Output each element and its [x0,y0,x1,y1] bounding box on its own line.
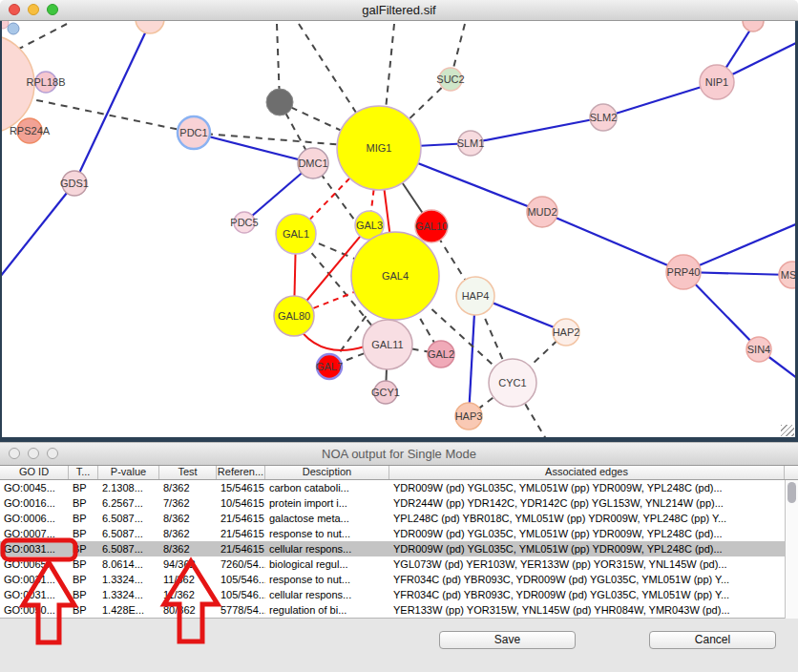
cell-type: BP [69,556,98,572]
table-body[interactable]: GO:0045...BP2.1308...8/36215/54615carbon… [0,480,785,619]
scrollbar-corner [785,466,798,480]
cell-edges: YDR244W (pp) YDR142C, YDR142C (pp) YGL15… [389,495,785,511]
scrollbar-thumb[interactable] [788,482,796,503]
cell-reference: 105/546... [217,572,265,587]
node-label: CYC1 [498,377,526,388]
cell-type: BP [69,602,98,618]
network-svg[interactable]: RPL18BRPS24AGDS1PDC1MIG1DMC1SUC2SLM1SLM2… [0,21,798,437]
resize-grip-icon[interactable] [781,425,794,436]
edge-dash[interactable] [17,24,67,50]
node-pdc1[interactable]: PDC1 [178,116,210,149]
cell-type: BP [69,495,98,511]
node-sin4[interactable]: SIN4 [746,337,771,362]
cell-go_id: GO:0006... [0,511,69,526]
window-border-left [0,21,2,442]
table-row-selected[interactable]: GO:0031...BP6.5087...8/36221/54615cellul… [0,541,785,556]
node-cyc1[interactable]: CYC1 [489,359,536,407]
node-gal80[interactable]: GAL80 [274,296,314,336]
node-gray-node[interactable] [266,89,293,116]
close-button[interactable] [9,448,20,459]
cell-description: biological regul... [265,556,389,572]
node-nip1[interactable]: NIP1 [700,65,734,99]
vertical-scrollbar[interactable] [785,480,798,619]
edge-blue[interactable] [0,183,74,277]
node-slm1[interactable]: SLM1 [457,131,485,156]
node-gal10[interactable]: GAL10 [415,210,448,242]
table-row[interactable]: GO:0045...BP2.1308...8/36215/54615carbon… [0,480,785,495]
cell-edges: YDR009W (pd) YGL035C, YML051W (pp) YDR00… [389,541,785,556]
table-row[interactable]: GO:0007...BP6.5087...8/36221/54615respon… [0,526,785,541]
edge-blue[interactable] [194,133,313,163]
node-suc2[interactable]: SUC2 [436,68,464,91]
cell-go_id: GO:0050... [0,602,69,618]
cell-edges: YFR034C (pd) YBR093C, YDR009W (pd) YGL03… [389,572,785,587]
node-prp40[interactable]: PRP40 [666,255,701,289]
cell-edges: YER133W (pp) YOR315W, YNL145W (pd) YHR08… [389,602,785,618]
table-row[interactable]: GO:0050...BP1.428E...80/3625778/54...reg… [0,602,785,618]
node-label: PDC5 [230,217,258,228]
table-row[interactable]: GO:0016...BP6.2567...7/36210/54615protei… [0,495,785,511]
column-header-edges[interactable]: Associated edges [389,466,785,479]
node-slm2[interactable]: SLM2 [590,104,618,131]
network-canvas[interactable]: RPL18BRPS24AGDS1PDC1MIG1DMC1SUC2SLM1SLM2… [0,21,798,437]
cell-description: galactose meta... [265,511,389,526]
close-button[interactable] [9,4,20,15]
cell-description: regulation of bi... [265,602,389,618]
node-gal7[interactable]: GAL7 [316,354,343,379]
node-label: GCY1 [371,387,400,398]
network-titlebar[interactable]: galFiltered.sif [0,0,798,21]
node-gcy1[interactable]: GCY1 [371,381,400,404]
cancel-button[interactable]: Cancel [649,631,776,649]
noa-titlebar[interactable]: NOA output for Single Mode [0,443,798,466]
node-gal2[interactable]: GAL2 [428,341,454,368]
node-label: PRP40 [667,266,701,278]
node-label: GAL1 [283,228,309,240]
node-hap4[interactable]: HAP4 [456,277,494,315]
zoom-button[interactable] [47,448,58,459]
node-hap2[interactable]: HAP2 [553,319,580,346]
node-gds1[interactable]: GDS1 [60,171,89,196]
node-clip-top-right[interactable] [743,21,764,32]
node-label: GAL4 [382,270,409,282]
node-gal4[interactable]: GAL4 [351,232,439,320]
node-label: PDC1 [179,127,207,138]
table-header[interactable]: GO IDT...P-valueTestReferen...Desciption… [0,466,785,480]
column-header-description[interactable]: Desciption [265,466,389,479]
node-mud2[interactable]: MUD2 [527,197,557,227]
minimize-button[interactable] [28,4,39,15]
node-label: GDS1 [60,178,89,189]
edge-blue[interactable] [542,212,683,272]
node-label: SUC2 [436,74,464,85]
column-header-test[interactable]: Test [159,466,217,479]
cell-go_id: GO:0065... [0,556,69,572]
cell-type: BP [69,587,98,602]
node-hap3[interactable]: HAP3 [455,403,483,430]
edge-blue[interactable] [471,117,603,143]
node-mig1[interactable]: MIG1 [337,106,421,190]
node-clip-top[interactable] [136,21,164,33]
save-button[interactable]: Save [439,631,576,649]
column-header-go_id[interactable]: GO ID [0,466,69,479]
cell-type: BP [69,480,98,495]
column-header-reference[interactable]: Referen... [217,466,265,479]
node-label: NIP1 [705,76,728,88]
table-row[interactable]: GO:0031...BP1.3324...11/362105/546...cel… [0,587,785,602]
table-row[interactable]: GO:0031...BP1.3324...11/362105/546...res… [0,572,785,587]
cell-go_id: GO:0007... [0,526,69,541]
cell-p_value: 6.5087... [98,526,159,541]
column-header-type[interactable]: T... [69,466,98,479]
edge-blue[interactable] [74,23,150,183]
edge-blue[interactable] [683,218,798,272]
table-row[interactable]: GO:0006...BP6.5087...8/36221/54615galact… [0,511,785,526]
minimize-button[interactable] [28,448,39,459]
cell-p_value: 6.5087... [98,541,159,556]
cell-test: 8/362 [159,541,217,556]
column-header-p_value[interactable]: P-value [98,466,159,479]
node-dmc1[interactable]: DMC1 [298,148,328,178]
cell-go_id: GO:0016... [0,495,69,511]
node-clip-tiny-blue[interactable] [8,23,19,34]
node-gal1[interactable]: GAL1 [276,214,316,254]
table-row[interactable]: GO:0065...BP8.0614...94/3627260/54...bio… [0,556,785,572]
zoom-button[interactable] [47,4,58,15]
node-gal11[interactable]: GAL11 [363,320,412,369]
